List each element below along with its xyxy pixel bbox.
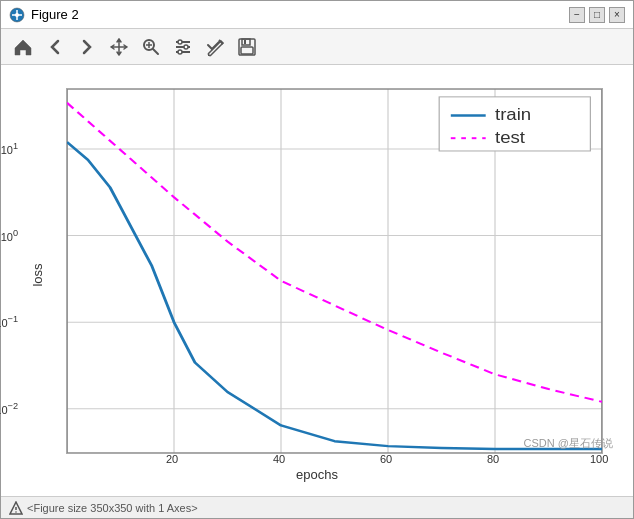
home-icon bbox=[13, 37, 33, 57]
y-tick-10-n2: 10−2 bbox=[0, 401, 18, 416]
y-axis-label: loss bbox=[30, 263, 45, 286]
svg-point-11 bbox=[178, 50, 182, 54]
chart-container: loss bbox=[1, 65, 633, 496]
chart-svg: train test bbox=[67, 89, 602, 453]
back-icon bbox=[45, 37, 65, 57]
window: Figure 2 − □ × bbox=[0, 0, 634, 519]
svg-text:train: train bbox=[495, 106, 531, 124]
svg-point-10 bbox=[184, 45, 188, 49]
edit-icon bbox=[205, 37, 225, 57]
forward-icon bbox=[77, 37, 97, 57]
y-tick-10-n1: 10−1 bbox=[0, 314, 18, 329]
svg-text:test: test bbox=[495, 128, 525, 146]
y-tick-10-1: 101 bbox=[1, 141, 18, 156]
x-tick-20: 20 bbox=[166, 453, 178, 465]
window-controls: − □ × bbox=[569, 7, 625, 23]
title-bar: Figure 2 − □ × bbox=[1, 1, 633, 29]
title-bar-left: Figure 2 bbox=[9, 7, 79, 23]
save-icon bbox=[237, 37, 257, 57]
toolbar bbox=[1, 29, 633, 65]
minimize-button[interactable]: − bbox=[569, 7, 585, 23]
close-button[interactable]: × bbox=[609, 7, 625, 23]
forward-button[interactable] bbox=[73, 33, 101, 61]
window-title: Figure 2 bbox=[31, 7, 79, 22]
status-icon bbox=[9, 501, 23, 515]
x-axis-label: epochs bbox=[296, 467, 338, 482]
watermark: CSDN @星石传说 bbox=[524, 436, 613, 451]
x-tick-100: 100 bbox=[590, 453, 608, 465]
pan-button[interactable] bbox=[105, 33, 133, 61]
status-text: <Figure size 350x350 with 1 Axes> bbox=[27, 502, 198, 514]
status-bar: <Figure size 350x350 with 1 Axes> bbox=[1, 496, 633, 518]
svg-point-9 bbox=[178, 40, 182, 44]
x-tick-60: 60 bbox=[380, 453, 392, 465]
svg-point-37 bbox=[15, 511, 17, 513]
configure-icon bbox=[173, 37, 193, 57]
zoom-button[interactable] bbox=[137, 33, 165, 61]
home-button[interactable] bbox=[9, 33, 37, 61]
svg-rect-16 bbox=[244, 40, 246, 44]
svg-line-3 bbox=[153, 49, 158, 54]
save-button[interactable] bbox=[233, 33, 261, 61]
app-icon bbox=[9, 7, 25, 23]
y-tick-10-0: 100 bbox=[1, 228, 18, 243]
pan-icon bbox=[109, 37, 129, 57]
zoom-icon bbox=[141, 37, 161, 57]
back-button[interactable] bbox=[41, 33, 69, 61]
plot-area: train test 101 100 10−1 bbox=[66, 88, 603, 454]
svg-rect-15 bbox=[241, 47, 253, 54]
x-tick-40: 40 bbox=[273, 453, 285, 465]
maximize-button[interactable]: □ bbox=[589, 7, 605, 23]
x-tick-80: 80 bbox=[487, 453, 499, 465]
edit-button[interactable] bbox=[201, 33, 229, 61]
svg-point-1 bbox=[15, 13, 19, 17]
configure-button[interactable] bbox=[169, 33, 197, 61]
